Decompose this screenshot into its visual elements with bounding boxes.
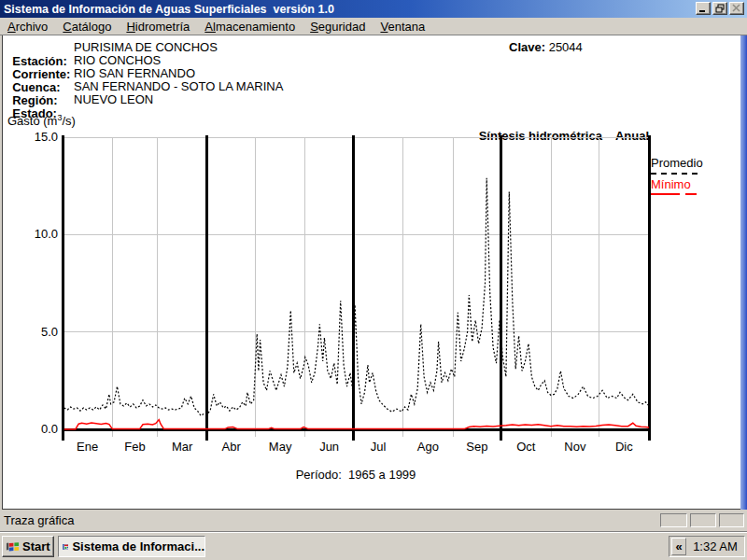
clave-value: 25044 [549,40,583,54]
month-label: Ago [417,440,439,454]
y-tick-label: 0.0 [41,422,58,436]
month-label: Feb [124,440,145,454]
station-value: RIO SAN FERNANDO [74,66,195,80]
station-value: NUEVO LEON [74,92,153,106]
task-label: Sistema de Informaci... [72,539,204,553]
legend-minimo-line-sample [651,193,744,195]
status-panel [719,513,744,527]
y-tick-label: 10.0 [35,227,58,241]
clave-label: Clave: [509,40,545,54]
restore-icon [715,4,725,13]
month-label: Oct [516,440,536,454]
status-panel [690,513,716,527]
system-tray: « 1:32 AM [669,536,745,557]
month-label: Abr [222,440,242,454]
month-label: Sep [466,440,487,454]
period-label: Período: 1965 a 1999 [63,468,649,482]
legend-minimo-label: Mínimo [651,177,744,191]
minimize-icon [698,4,708,13]
menu-ventana[interactable]: Ventana [373,19,432,35]
close-button[interactable] [729,2,744,15]
restore-button[interactable] [712,2,727,15]
taskbar-clock[interactable]: 1:32 AM [686,539,744,553]
window-controls [694,2,744,15]
window-title: Sistema de Información de Aguas Superfic… [0,3,334,16]
title-bar: Sistema de Información de Aguas Superfic… [0,0,747,18]
start-label: Start [22,539,50,553]
y-tick-label: 5.0 [41,325,58,339]
taskbar: Start Sistema de Informaci... « 1:32 AM [0,531,747,560]
menu-almacenamiento[interactable]: Almacenamiento [197,19,303,35]
app-icon [63,539,68,554]
status-text: Traza gráfica [4,513,74,527]
menu-bar: ArchivoCatálogoHidrometríaAlmacenamiento… [0,18,747,35]
menu-seguridad[interactable]: Seguridad [303,19,373,35]
promedio-line [64,178,649,416]
month-label: Dic [615,440,633,454]
tray-collapse-button[interactable]: « [671,538,686,555]
month-label: Nov [564,440,586,454]
status-panel [660,513,687,527]
station-value: SAN FERNANDO - SOTO LA MARINA [74,79,283,93]
legend-promedio-label: Promedio [651,156,744,170]
month-label: Jun [319,440,339,454]
clave-row: Clave: 25044 [509,40,583,54]
close-icon [732,4,741,13]
menu-archivo[interactable]: Archivo [0,19,55,35]
chart-legend: Promedio Mínimo [651,156,744,195]
taskbar-task-sias[interactable]: Sistema de Informaci... [58,536,205,557]
menu-catlogo[interactable]: Catálogo [55,19,119,35]
station-value: PURISIMA DE CONCHOS [74,40,218,54]
mnimo-line [64,420,649,429]
y-tick-label: 15.0 [35,131,58,144]
desktop: { "window": { "title": "Sistema de Infor… [0,0,747,560]
month-label: Jul [371,440,387,454]
month-label: Ene [77,440,98,454]
y-axis-title: Gasto (m3/s) [7,113,76,128]
month-label: May [269,440,292,454]
minimize-button[interactable] [696,2,711,15]
month-label: Mar [172,440,193,454]
menu-hidrometra[interactable]: Hidrometría [119,19,197,35]
annual-hydrograph-chart: 0.05.010.015.0EneFebMarAbrMayJunJulAgoSe… [0,131,747,499]
windows-logo-icon [6,540,20,553]
start-button[interactable]: Start [2,536,54,557]
legend-promedio-line-sample [651,173,698,175]
station-value: RIO CONCHOS [74,53,161,67]
chevron-left-icon: « [675,539,682,553]
status-bar: Traza gráfica [0,510,747,531]
